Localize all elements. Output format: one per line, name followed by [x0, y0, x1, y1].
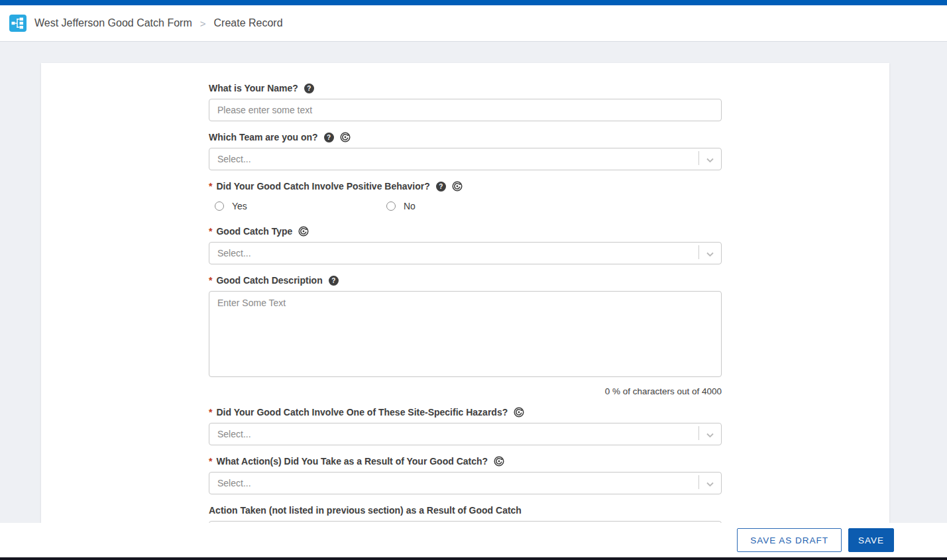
chevron-down-icon: [705, 155, 715, 165]
chevron-down-icon: [705, 430, 715, 440]
field-team-label-row: Which Team are you on? ?: [209, 132, 722, 142]
field-name: What is Your Name? ?: [209, 83, 722, 121]
field-positive-behavior-label-row: * Did Your Good Catch Involve Positive B…: [209, 181, 722, 192]
refresh-icon[interactable]: [298, 226, 309, 237]
refresh-icon[interactable]: [494, 456, 504, 467]
field-description-label: Good Catch Description: [216, 275, 322, 286]
chevron-down-icon: [705, 479, 715, 489]
field-site-hazards-label: Did Your Good Catch Involve One of These…: [216, 407, 508, 418]
actions-taken-select-value: Select...: [217, 478, 251, 488]
header: West Jefferson Good Catch Form > Create …: [0, 5, 947, 42]
field-description-label-row: * Good Catch Description ?: [209, 275, 722, 286]
required-marker: *: [209, 407, 212, 418]
radio-no-label: No: [404, 201, 416, 211]
field-positive-behavior: * Did Your Good Catch Involve Positive B…: [209, 181, 722, 211]
refresh-icon[interactable]: [340, 132, 351, 142]
select-divider: [698, 426, 699, 440]
site-hazards-select-value: Select...: [217, 429, 251, 439]
character-counter: 0 % of characters out of 4000: [209, 386, 722, 396]
chevron-down-icon: [705, 249, 715, 259]
select-divider: [698, 245, 699, 259]
required-marker: *: [209, 456, 212, 467]
positive-behavior-radio-group: Yes No: [209, 201, 722, 211]
good-catch-type-select-value: Select...: [217, 248, 251, 258]
radio-button-icon[interactable]: [386, 201, 396, 211]
footer-action-bar: SAVE AS DRAFT SAVE: [0, 523, 947, 560]
save-as-draft-button[interactable]: SAVE AS DRAFT: [737, 528, 842, 552]
field-site-hazards: * Did Your Good Catch Involve One of The…: [209, 407, 722, 445]
breadcrumb-page-name: Create Record: [214, 17, 283, 29]
field-site-hazards-label-row: * Did Your Good Catch Involve One of The…: [209, 407, 722, 418]
team-select-value: Select...: [217, 154, 251, 164]
field-name-label: What is Your Name?: [209, 83, 298, 93]
help-icon[interactable]: ?: [304, 84, 314, 93]
form-content: What is Your Name? ? Which Team are you …: [209, 83, 722, 543]
breadcrumb-separator-icon: >: [200, 18, 206, 29]
save-button[interactable]: SAVE: [848, 528, 894, 552]
refresh-icon[interactable]: [514, 407, 524, 418]
field-team-label: Which Team are you on?: [209, 132, 318, 142]
field-action-taken-other-label: Action Taken (not listed in previous sec…: [209, 505, 522, 516]
field-action-taken-other-label-row: Action Taken (not listed in previous sec…: [209, 505, 722, 516]
refresh-icon[interactable]: [452, 181, 463, 192]
required-marker: *: [209, 275, 212, 286]
select-divider: [698, 151, 699, 165]
field-good-catch-type: * Good Catch Type Select...: [209, 226, 722, 264]
field-good-catch-type-label-row: * Good Catch Type: [209, 226, 722, 237]
required-marker: *: [209, 226, 212, 237]
actions-taken-select[interactable]: Select...: [209, 472, 722, 494]
field-positive-behavior-label: Did Your Good Catch Involve Positive Beh…: [216, 181, 429, 192]
top-accent-bar: [0, 0, 947, 5]
field-actions-taken-label: What Action(s) Did You Take as a Result …: [216, 456, 488, 467]
field-actions-taken: * What Action(s) Did You Take as a Resul…: [209, 456, 722, 494]
name-input[interactable]: [209, 99, 722, 121]
form-app-icon[interactable]: [9, 15, 27, 32]
field-name-label-row: What is Your Name? ?: [209, 83, 722, 93]
select-divider: [698, 475, 699, 489]
help-icon[interactable]: ?: [436, 182, 446, 192]
field-actions-taken-label-row: * What Action(s) Did You Take as a Resul…: [209, 456, 722, 467]
help-icon[interactable]: ?: [329, 276, 339, 286]
form-card: What is Your Name? ? Which Team are you …: [41, 63, 889, 560]
team-select[interactable]: Select...: [209, 148, 722, 170]
field-team: Which Team are you on? ? Select...: [209, 132, 722, 170]
breadcrumb-form-name[interactable]: West Jefferson Good Catch Form: [34, 17, 192, 29]
radio-yes-label: Yes: [232, 201, 247, 211]
help-icon[interactable]: ?: [324, 133, 334, 142]
field-good-catch-type-label: Good Catch Type: [216, 226, 292, 237]
breadcrumb: West Jefferson Good Catch Form > Create …: [34, 17, 283, 29]
field-description: * Good Catch Description ? 0 % of charac…: [209, 275, 722, 396]
description-textarea[interactable]: [209, 291, 722, 377]
radio-option-no[interactable]: No: [386, 201, 558, 211]
radio-button-icon[interactable]: [215, 201, 224, 211]
radio-option-yes[interactable]: Yes: [215, 201, 386, 211]
site-hazards-select[interactable]: Select...: [209, 423, 722, 445]
good-catch-type-select[interactable]: Select...: [209, 242, 722, 264]
required-marker: *: [209, 181, 212, 192]
